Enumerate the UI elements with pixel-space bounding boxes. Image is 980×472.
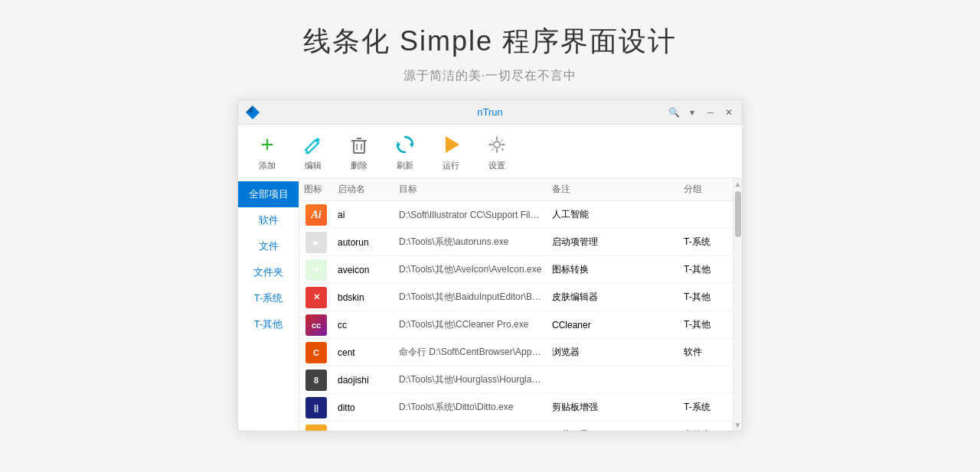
add-label: 添加 [259, 160, 276, 171]
table-row[interactable]: ||dittoD:\Tools\系统\Ditto\Ditto.exe剪贴板增强T… [299, 394, 733, 422]
row-icon: ↓ [299, 423, 333, 431]
col-note: 备注 [547, 181, 679, 197]
row-target: 命令行 D:\Soft\CentBrowser\Application\ch..… [394, 343, 547, 361]
scroll-down-arrow[interactable]: ▼ [733, 421, 743, 429]
window-controls: 🔍 ▾ ─ ✕ [667, 106, 736, 119]
row-target: D:\Tools\系统\Ditto\Ditto.exe [394, 399, 547, 416]
svg-rect-3 [354, 141, 364, 153]
row-icon: ► [299, 230, 333, 255]
refresh-button[interactable]: 刷新 [388, 131, 422, 171]
row-group [679, 213, 733, 217]
delete-button[interactable]: 删除 [342, 131, 376, 171]
table-row[interactable]: ►autorunD:\Tools\系统\autoruns.exe启动项管理T-系… [299, 229, 733, 256]
sidebar-item-0[interactable]: 全部项目 [238, 181, 299, 207]
row-icon: ✦ [299, 258, 333, 282]
table-header: 图标 启动名 目标 备注 分组 [299, 178, 733, 201]
svg-marker-9 [397, 142, 400, 148]
minimize-button[interactable]: ─ [704, 106, 717, 119]
row-group: T-其他 [679, 288, 733, 306]
page-title: 线条化 Simple 程序界面设计 [303, 23, 677, 60]
row-group: T-系统 [679, 233, 733, 251]
table-row[interactable]: ✕bdskinD:\Tools\其他\BaiduInputEditor\BiSk… [299, 284, 733, 311]
window-title: nTrun [477, 106, 502, 118]
row-note: CCleaner [547, 317, 679, 333]
sidebar-item-2[interactable]: 文件 [238, 233, 299, 259]
scrollbar[interactable]: ▲ ▼ [733, 178, 742, 431]
row-note: 下载目录 [547, 426, 679, 431]
settings-icon [483, 131, 511, 158]
run-button[interactable]: 运行 [434, 131, 468, 171]
settings-label: 设置 [488, 160, 505, 171]
add-icon: + [253, 131, 281, 158]
svg-point-11 [494, 142, 500, 148]
row-note: 剪贴板增强 [547, 399, 679, 416]
sidebar-item-3[interactable]: 文件夹 [238, 259, 299, 285]
page-subtitle: 源于简洁的美·一切尽在不言中 [403, 68, 577, 84]
edit-icon [299, 131, 327, 158]
sidebar-item-4[interactable]: T-系统 [238, 285, 299, 311]
sidebar: 全部项目软件文件文件夹T-系统T-其他 [238, 178, 299, 431]
row-icon: Ai [299, 203, 333, 227]
main-content: 全部项目软件文件文件夹T-系统T-其他 图标 启动名 目标 备注 分组 Aiai… [238, 178, 742, 431]
sidebar-item-1[interactable]: 软件 [238, 207, 299, 233]
toolbar: + 添加 编辑 [238, 125, 742, 178]
table-row[interactable]: Ccent命令行 D:\Soft\CentBrowser\Application… [299, 339, 733, 366]
scrollbar-thumb[interactable] [735, 191, 741, 237]
table-row[interactable]: ✦aveiconD:\Tools\其他\AveIcon\AveIcon.exe图… [299, 256, 733, 284]
edit-button[interactable]: 编辑 [296, 131, 330, 171]
row-group: T-其他 [679, 316, 733, 334]
close-button[interactable]: ✕ [722, 106, 736, 119]
search-button[interactable]: 🔍 [667, 106, 681, 119]
row-icon: || [299, 396, 333, 420]
row-name: daojishi [333, 373, 394, 388]
row-note [547, 378, 679, 382]
row-name: autorun [333, 235, 394, 250]
table-row[interactable]: ↓downD:\Download下载目录文件夹 [299, 422, 733, 431]
col-icon: 图标 [299, 181, 333, 197]
delete-icon [345, 131, 373, 158]
row-note: 启动项管理 [547, 233, 679, 251]
row-note: 图标转换 [547, 261, 679, 278]
row-name: cc [333, 317, 394, 333]
row-note: 浏览器 [547, 343, 679, 361]
sidebar-item-5[interactable]: T-其他 [238, 311, 299, 337]
table-row[interactable]: AiaiD:\Soft\Illustrator CC\Support Files… [299, 201, 733, 229]
row-group: 软件 [679, 343, 733, 361]
col-name: 启动名 [333, 181, 394, 197]
row-group: T-其他 [679, 261, 733, 278]
table-body: AiaiD:\Soft\Illustrator CC\Support Files… [299, 201, 733, 431]
delete-label: 删除 [351, 160, 368, 171]
row-name: down [333, 428, 394, 431]
row-group: T-系统 [679, 399, 733, 416]
settings-button[interactable]: 设置 [480, 131, 514, 171]
row-name: ai [333, 207, 394, 223]
dropdown-button[interactable]: ▾ [685, 106, 699, 119]
row-icon: C [299, 340, 333, 365]
table-row[interactable]: ccccD:\Tools\其他\CCleaner Pro.exeCCleaner… [299, 311, 733, 339]
svg-marker-10 [446, 136, 459, 153]
refresh-icon [391, 131, 419, 158]
row-name: aveicon [333, 262, 394, 278]
refresh-label: 刷新 [397, 160, 413, 171]
row-icon: cc [299, 313, 333, 337]
row-name: cent [333, 345, 394, 360]
title-bar: nTrun 🔍 ▾ ─ ✕ [238, 100, 742, 125]
row-target: D:\Tools\其他\AveIcon\AveIcon.exe [394, 261, 547, 278]
scroll-up-arrow[interactable]: ▲ [733, 180, 743, 188]
row-target: D:\Tools\系统\autoruns.exe [394, 233, 547, 251]
add-button[interactable]: + 添加 [250, 131, 284, 171]
row-target: D:\Soft\Illustrator CC\Support Files\Con… [394, 207, 547, 223]
col-group: 分组 [679, 181, 733, 197]
app-window: nTrun 🔍 ▾ ─ ✕ + 添加 编辑 [237, 99, 743, 431]
app-logo [244, 104, 261, 121]
row-icon: 8 [299, 368, 333, 392]
table-area: 图标 启动名 目标 备注 分组 AiaiD:\Soft\Illustrator … [299, 178, 733, 431]
row-target: D:\Tools\其他\Hourglass\HourglassPortab... [394, 371, 547, 389]
table-row[interactable]: 8daojishiD:\Tools\其他\Hourglass\Hourglass… [299, 366, 733, 394]
edit-label: 编辑 [305, 160, 322, 171]
svg-marker-1 [246, 106, 253, 112]
run-icon [437, 131, 465, 158]
row-icon: ✕ [299, 285, 333, 310]
row-target: D:\Tools\其他\BaiduInputEditor\BiSkinCre..… [394, 288, 547, 306]
row-target: D:\Download [394, 428, 547, 431]
